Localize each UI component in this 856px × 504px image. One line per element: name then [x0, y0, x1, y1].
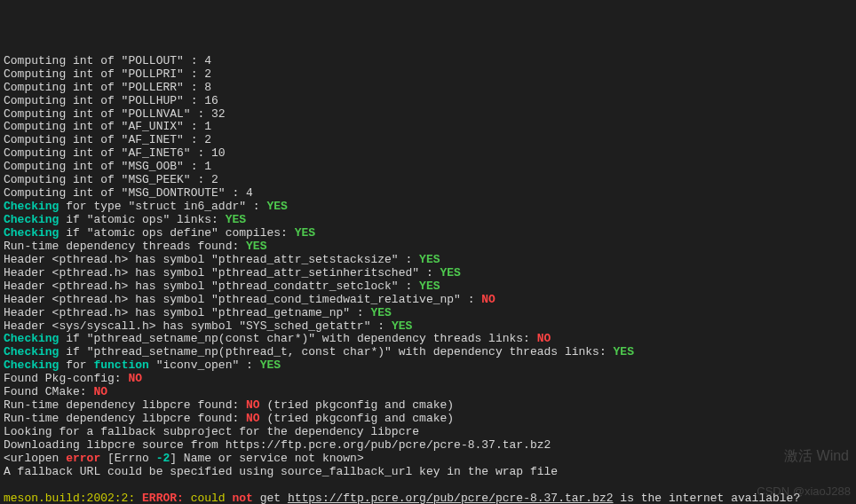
- output-line: Header <pthread.h> has symbol "pthread_g…: [4, 307, 852, 320]
- output-line: Computing int of "POLLERR" : 8: [4, 82, 852, 95]
- output-line: Checking for function "iconv_open" : YES: [4, 359, 852, 373]
- output-line: Computing int of "POLLOUT" : 4: [4, 55, 852, 68]
- output-line: Computing int of "POLLPRI" : 2: [4, 68, 852, 82]
- output-line: Checking if "atomic ops" links: YES: [4, 214, 852, 227]
- watermark-csdn: CSDN @xiaoJ288: [757, 485, 851, 499]
- output-line: Checking if "pthread_setname_np(const ch…: [4, 333, 852, 346]
- output-line: Computing int of "AF_INET" : 2: [4, 134, 852, 147]
- output-line: Found Pkg-config: NO: [4, 373, 852, 386]
- output-line: meson.build:2002:2: ERROR: could not get…: [4, 492, 852, 504]
- output-line: Checking if "atomic ops define" compiles…: [4, 227, 852, 240]
- output-line: Computing int of "POLLHUP" : 16: [4, 95, 852, 108]
- output-line: Run-time dependency libpcre found: NO (t…: [4, 413, 852, 426]
- output-line: Run-time dependency libpcre found: NO (t…: [4, 399, 852, 413]
- output-line: Computing int of "MSG_PEEK" : 2: [4, 174, 852, 187]
- output-line: Checking if "pthread_setname_np(pthread_…: [4, 346, 852, 359]
- output-line: Header <pthread.h> has symbol "pthread_c…: [4, 280, 852, 294]
- output-line: Checking for type "struct in6_addr" : YE…: [4, 201, 852, 214]
- output-line: Computing int of "MSG_OOB" : 1: [4, 161, 852, 174]
- output-line: Header <pthread.h> has symbol "pthread_c…: [4, 294, 852, 307]
- watermark-activate-windows: 激活 Wind: [784, 448, 849, 464]
- output-line: Looking for a fallback subproject for th…: [4, 426, 852, 439]
- output-line: Computing int of "AF_UNIX" : 1: [4, 121, 852, 134]
- output-line: Computing int of "MSG_DONTROUTE" : 4: [4, 187, 852, 201]
- output-line: Header <pthread.h> has symbol "pthread_a…: [4, 267, 852, 280]
- output-line: Computing int of "AF_INET6" : 10: [4, 147, 852, 161]
- output-line: Computing int of "POLLNVAL" : 32: [4, 108, 852, 122]
- output-line: [4, 479, 852, 492]
- output-line: Header <pthread.h> has symbol "pthread_a…: [4, 254, 852, 267]
- output-line: Run-time dependency threads found: YES: [4, 240, 852, 254]
- output-line: <urlopen error [Errno -2] Name or servic…: [4, 453, 852, 466]
- output-line: Downloading libpcre source from https://…: [4, 439, 852, 453]
- output-line: A fallback URL could be specified using …: [4, 466, 852, 479]
- output-line: Found CMake: NO: [4, 386, 852, 399]
- output-line: Header <sys/syscall.h> has symbol "SYS_s…: [4, 320, 852, 334]
- terminal-output: Computing int of "POLLOUT" : 4Computing …: [4, 55, 852, 504]
